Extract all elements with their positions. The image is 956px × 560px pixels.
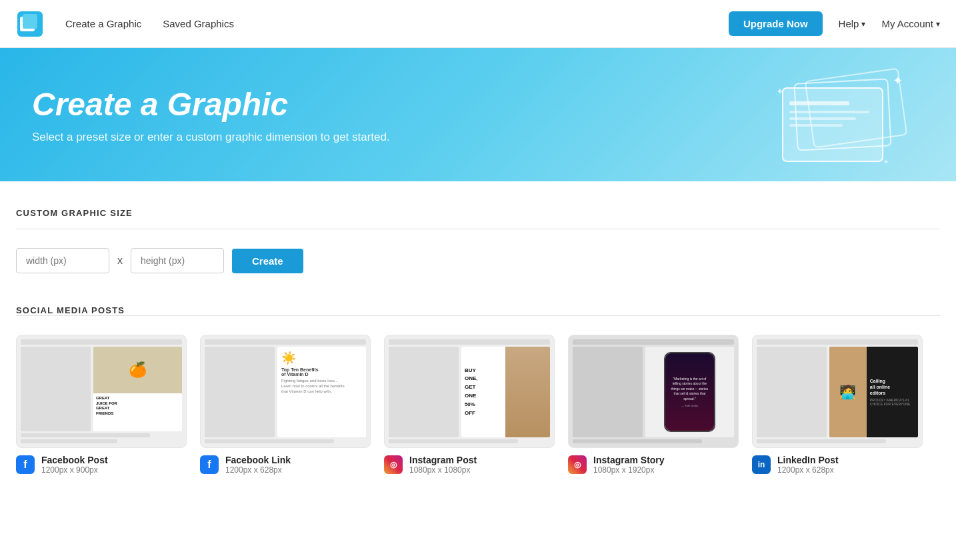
card-info-instagram-post: ◎ Instagram Post 1080px x 1080px bbox=[384, 455, 555, 475]
custom-graphic-size-section: CUSTOM GRAPHIC SIZE x Create bbox=[16, 208, 940, 273]
card-info-linkedin-post: in LinkedIn Post 1200px x 628px bbox=[752, 455, 923, 475]
card-thumb-linkedin-post: 🧑‍💻 Callingall onlineeditors PROUDLY AME… bbox=[752, 335, 923, 448]
card-linkedin-post[interactable]: 🧑‍💻 Callingall onlineeditors PROUDLY AME… bbox=[752, 335, 923, 475]
instagram-icon-story: ◎ bbox=[568, 455, 587, 474]
social-media-section: SOCIAL MEDIA POSTS 🍊 GREATJUICE FOR bbox=[16, 305, 940, 475]
facebook-icon-link: f bbox=[200, 455, 219, 474]
card-dims: 1080px x 1920px bbox=[593, 465, 665, 475]
svg-text:✦: ✦ bbox=[893, 74, 903, 87]
navbar: Create a Graphic Saved Graphics Upgrade … bbox=[0, 0, 956, 48]
section-divider bbox=[16, 229, 940, 229]
facebook-icon: f bbox=[16, 455, 35, 474]
card-text-instagram-post: Instagram Post 1080px x 1080px bbox=[409, 455, 477, 475]
svg-rect-7 bbox=[789, 111, 869, 113]
card-name: Facebook Link bbox=[225, 455, 291, 465]
card-name: LinkedIn Post bbox=[777, 455, 839, 465]
card-info-facebook-link: f Facebook Link 1200px x 628px bbox=[200, 455, 371, 475]
my-account-dropdown[interactable]: My Account bbox=[881, 18, 940, 29]
help-dropdown[interactable]: Help bbox=[839, 18, 866, 29]
card-name: Instagram Post bbox=[409, 455, 477, 465]
card-instagram-story[interactable]: "Marketing is the art of telling stories… bbox=[568, 335, 739, 475]
card-instagram-post[interactable]: BUYONE,GETONE50%OFF ◎ Instagram Post 108… bbox=[384, 335, 555, 475]
hero-illustration: ✦ ✦ ✦ bbox=[769, 61, 916, 175]
custom-size-section-title: CUSTOM GRAPHIC SIZE bbox=[16, 208, 940, 218]
card-text-linkedin-post: LinkedIn Post 1200px x 628px bbox=[777, 455, 839, 475]
svg-rect-2 bbox=[23, 14, 37, 29]
logo[interactable] bbox=[16, 10, 44, 38]
svg-rect-6 bbox=[789, 101, 849, 105]
custom-size-row: x Create bbox=[16, 248, 940, 273]
card-dims: 1200px x 628px bbox=[225, 465, 291, 475]
social-media-section-title: SOCIAL MEDIA POSTS bbox=[16, 305, 940, 315]
svg-text:✦: ✦ bbox=[883, 157, 889, 167]
instagram-icon-post: ◎ bbox=[384, 455, 403, 474]
card-dims: 1080px x 1080px bbox=[409, 465, 477, 475]
card-thumb-facebook-post: 🍊 GREATJUICE FORGREATFRIENDS bbox=[16, 335, 187, 448]
svg-text:✦: ✦ bbox=[776, 86, 784, 97]
card-name: Instagram Story bbox=[593, 455, 665, 465]
nav-create-graphic[interactable]: Create a Graphic bbox=[65, 15, 141, 32]
svg-rect-9 bbox=[789, 124, 843, 127]
card-text-facebook-link: Facebook Link 1200px x 628px bbox=[225, 455, 291, 475]
card-thumb-facebook-link: ☀️ Top Ten Benefitsof Vitamin D Fighting… bbox=[200, 335, 371, 448]
linkedin-icon-post: in bbox=[752, 455, 771, 474]
upgrade-now-button[interactable]: Upgrade Now bbox=[729, 11, 823, 36]
card-thumb-instagram-post: BUYONE,GETONE50%OFF bbox=[384, 335, 555, 448]
card-text-facebook-post: Facebook Post 1200px x 900px bbox=[41, 455, 108, 475]
card-text-instagram-story: Instagram Story 1080px x 1920px bbox=[593, 455, 665, 475]
navbar-links: Create a Graphic Saved Graphics bbox=[65, 15, 729, 32]
card-info-facebook-post: f Facebook Post 1200px x 900px bbox=[16, 455, 187, 475]
create-button[interactable]: Create bbox=[232, 249, 303, 273]
width-input[interactable] bbox=[16, 248, 109, 273]
card-thumb-instagram-story: "Marketing is the art of telling stories… bbox=[568, 335, 739, 448]
card-facebook-post[interactable]: 🍊 GREATJUICE FORGREATFRIENDS f bbox=[16, 335, 187, 475]
navbar-right: Upgrade Now Help My Account bbox=[729, 11, 940, 36]
nav-saved-graphics[interactable]: Saved Graphics bbox=[163, 15, 234, 32]
card-name: Facebook Post bbox=[41, 455, 108, 465]
svg-rect-8 bbox=[789, 117, 856, 120]
hero-banner: Create a Graphic Select a preset size or… bbox=[0, 48, 956, 181]
x-separator: x bbox=[117, 255, 123, 267]
card-info-instagram-story: ◎ Instagram Story 1080px x 1920px bbox=[568, 455, 739, 475]
social-media-divider bbox=[16, 315, 940, 316]
height-input[interactable] bbox=[131, 248, 224, 273]
main-content: CUSTOM GRAPHIC SIZE x Create SOCIAL MEDI… bbox=[0, 181, 956, 491]
social-media-cards: 🍊 GREATJUICE FORGREATFRIENDS f bbox=[16, 335, 940, 475]
card-dims: 1200px x 628px bbox=[777, 465, 839, 475]
card-dims: 1200px x 900px bbox=[41, 465, 108, 475]
card-facebook-link[interactable]: ☀️ Top Ten Benefitsof Vitamin D Fighting… bbox=[200, 335, 371, 475]
